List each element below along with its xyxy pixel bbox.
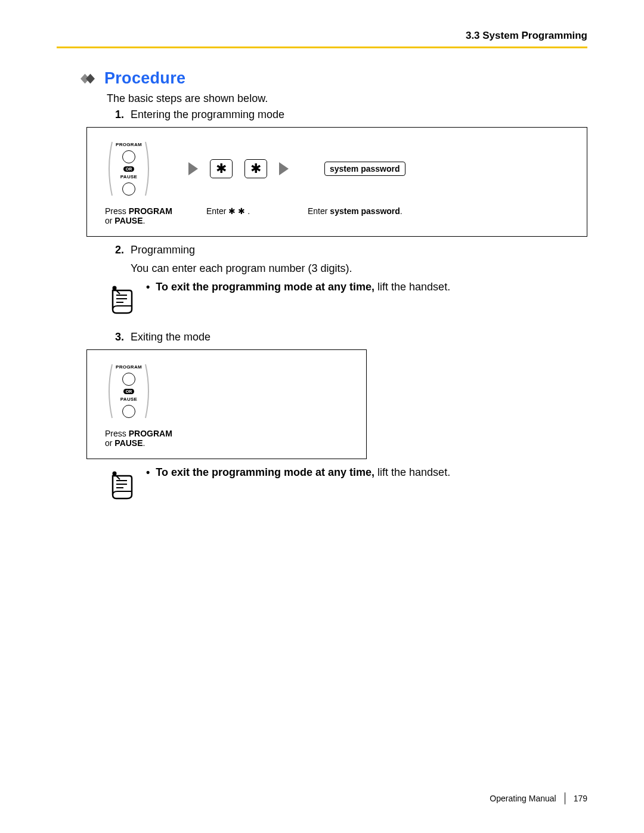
arrow-right-icon: [279, 162, 289, 175]
step-3-text: Exiting the mode: [131, 331, 210, 343]
step-3-number: 3.: [115, 331, 131, 343]
program-button-icon: [122, 150, 135, 163]
caption-press-program: Press PROGRAM or PAUSE.: [105, 429, 172, 448]
program-pause-button-group: PROGRAM OR PAUSE: [105, 363, 153, 419]
page-footer: Operating Manual 179: [490, 792, 587, 804]
system-password-box: system password: [324, 162, 405, 176]
pause-button-icon: [122, 182, 135, 196]
footer-separator: [565, 792, 565, 804]
footer-manual-name: Operating Manual: [490, 794, 556, 803]
section-title-row: Procedure: [80, 69, 587, 88]
button-group-inner: PROGRAM OR PAUSE: [113, 363, 144, 419]
page-header: 3.3 System Programming: [57, 30, 587, 42]
diagram-1-captions: Press PROGRAM or PAUSE. Enter ✱ ✱ . Ente…: [105, 206, 569, 225]
note-1: •To exit the programming mode at any tim…: [109, 281, 587, 317]
pause-button-icon: [122, 405, 135, 418]
section-heading: Procedure: [104, 69, 185, 88]
double-diamond-icon: [80, 72, 98, 86]
diagram-1-row: PROGRAM OR PAUSE ✱ ✱ system password: [105, 141, 569, 197]
or-pill: OR: [123, 389, 135, 394]
pause-label: PAUSE: [120, 397, 137, 402]
note-icon: [109, 470, 135, 502]
intro-text: The basic steps are shown below.: [107, 92, 587, 105]
diagram-2-captions: Press PROGRAM or PAUSE.: [105, 429, 348, 448]
left-paren-icon: [105, 141, 113, 197]
step-3: 3.Exiting the mode: [115, 331, 587, 343]
step-2-text: Programming: [131, 244, 195, 256]
diagram-exiting-mode: PROGRAM OR PAUSE Press PROGRAM or PAUSE.: [86, 349, 367, 459]
arrow-right-icon: [188, 162, 198, 175]
diagram-2-row: PROGRAM OR PAUSE: [105, 363, 348, 419]
step-1: 1.Entering the programming mode: [115, 109, 587, 121]
step-1-number: 1.: [115, 109, 131, 121]
or-pill: OR: [123, 166, 135, 172]
bullet-icon: •: [146, 281, 150, 293]
bullet-icon: •: [146, 466, 150, 478]
caption-enter-stars: Enter ✱ ✱ .: [206, 206, 296, 225]
right-paren-icon: [144, 141, 153, 197]
page: 3.3 System Programming Procedure The bas…: [0, 0, 644, 833]
diagram-entering-mode: PROGRAM OR PAUSE ✱ ✱ system password: [86, 127, 587, 237]
caption-enter-password: Enter system password.: [308, 206, 569, 225]
note-1-text: •To exit the programming mode at any tim…: [146, 281, 450, 293]
star-key-2: ✱: [244, 159, 267, 178]
program-label: PROGRAM: [116, 142, 142, 147]
program-label: PROGRAM: [116, 364, 142, 370]
content: Procedure The basic steps are shown belo…: [57, 69, 587, 502]
header-rule: [57, 47, 587, 48]
button-group-inner: PROGRAM OR PAUSE: [113, 141, 144, 197]
step-2-number: 2.: [115, 244, 131, 256]
svg-marker-1: [86, 73, 95, 83]
left-paren-icon: [105, 363, 113, 419]
step-1-text: Entering the programming mode: [131, 109, 284, 120]
step-2-subtext: You can enter each program number (3 dig…: [131, 262, 587, 275]
note-2-text: •To exit the programming mode at any tim…: [146, 466, 450, 479]
star-key-1: ✱: [210, 159, 233, 178]
caption-press-program: Press PROGRAM or PAUSE.: [105, 206, 194, 225]
program-button-icon: [122, 373, 135, 386]
footer-page-number: 179: [574, 794, 587, 803]
program-pause-button-group: PROGRAM OR PAUSE: [105, 141, 153, 197]
note-2: •To exit the programming mode at any tim…: [109, 466, 587, 502]
step-2: 2.Programming: [115, 244, 587, 256]
note-icon: [109, 284, 135, 317]
pause-label: PAUSE: [120, 174, 137, 179]
right-paren-icon: [144, 363, 153, 419]
